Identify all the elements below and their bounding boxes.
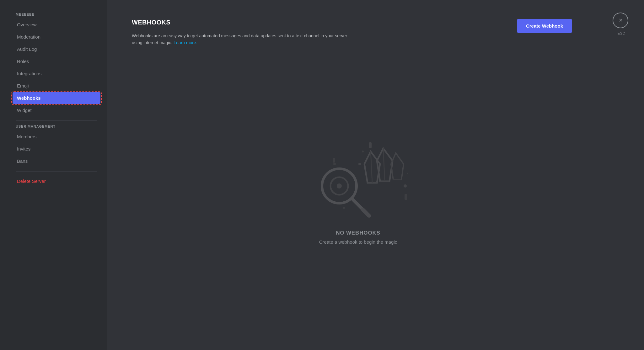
svg-marker-11 [391,153,404,180]
svg-rect-20 [405,194,407,200]
svg-point-17 [333,163,336,165]
svg-point-14 [362,151,364,152]
sidebar-item-overview[interactable]: Overview [13,19,100,30]
create-webhook-button[interactable]: Create Webhook [517,19,572,33]
empty-state-title: NO WEBHOOKS [336,230,380,236]
svg-point-15 [404,184,407,188]
svg-line-4 [363,209,369,216]
sidebar-item-delete-server[interactable]: Delete Server [13,175,100,187]
sidebar-divider-1 [16,120,97,121]
sidebar-item-moderation[interactable]: Moderation [13,31,100,43]
sidebar-item-widget[interactable]: Widget [13,104,100,116]
svg-line-7 [371,151,372,183]
sidebar-item-integrations[interactable]: Integrations [13,68,100,79]
sidebar-item-members[interactable]: Members [13,131,100,142]
sidebar: MEEEEEE Overview Moderation Audit Log Ro… [0,0,107,350]
sidebar-item-webhooks[interactable]: Webhooks [13,92,100,104]
learn-more-link[interactable]: Learn more. [174,40,197,45]
svg-rect-19 [369,142,372,148]
sidebar-section-user-management: USER MANAGEMENT [13,125,100,128]
close-icon: ✕ [619,18,623,23]
sidebar-item-audit-log[interactable]: Audit Log [13,43,100,55]
page-description: Webhooks are an easy way to get automate… [132,32,352,46]
svg-line-10 [383,148,385,181]
esc-label: ESC [618,31,625,35]
sidebar-item-emoji[interactable]: Emoji [13,80,100,92]
right-panel: ✕ ESC [609,0,644,350]
sidebar-divider-2 [16,171,97,172]
svg-point-13 [358,163,361,165]
svg-point-16 [407,172,408,174]
empty-state: NO WEBHOOKS Create a webhook to begin th… [132,46,584,331]
main-content: WEBHOOKS Webhooks are an easy way to get… [107,0,609,350]
sidebar-item-bans[interactable]: Bans [13,155,100,167]
close-button[interactable]: ✕ [613,13,628,28]
svg-point-2 [337,183,342,188]
sidebar-item-invites[interactable]: Invites [13,143,100,155]
svg-point-18 [343,207,345,209]
svg-rect-21 [333,158,335,163]
svg-line-3 [353,199,363,209]
webhook-illustration [308,133,408,220]
sidebar-item-roles[interactable]: Roles [13,56,100,67]
empty-state-subtitle: Create a webhook to begin the magic [319,239,397,245]
sidebar-section-meeeeee: MEEEEEE [13,13,100,16]
page-title: WEBHOOKS [132,19,584,26]
